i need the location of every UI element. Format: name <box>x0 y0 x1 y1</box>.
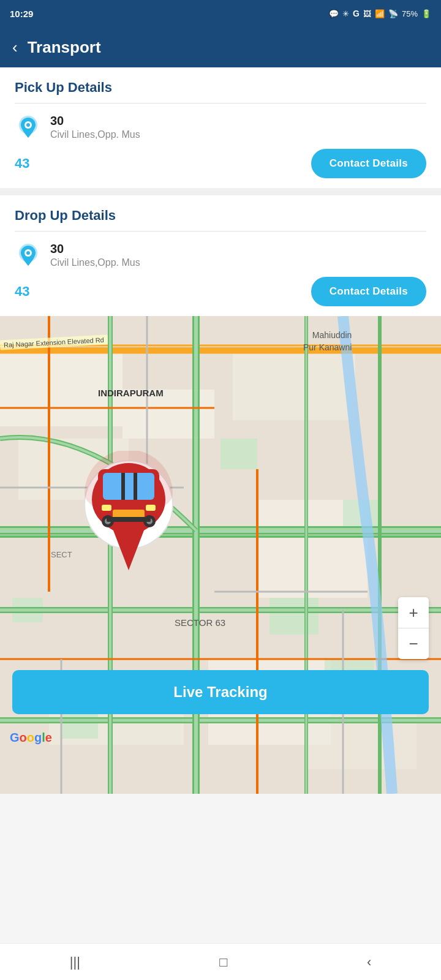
pickup-section-title: Pick Up Details <box>15 80 426 96</box>
page-title: Transport <box>28 38 101 57</box>
drop-location-icon <box>15 241 42 268</box>
drop-divider <box>15 231 426 232</box>
photos-icon: 🖼 <box>363 9 371 18</box>
drop-number: 30 <box>50 241 140 256</box>
svg-rect-53 <box>102 505 111 511</box>
signal-icon: 📡 <box>388 9 398 18</box>
content-area: Pick Up Details 30 Civil Lines,Opp. Mus … <box>0 67 441 794</box>
nav-home-button[interactable]: □ <box>201 948 246 976</box>
pickup-route-number: 43 <box>15 156 29 172</box>
svg-rect-55 <box>113 510 145 518</box>
status-icons: 💬 ✳ G 🖼 📶 📡 75% 🔋 <box>329 9 431 18</box>
pickup-footer: 43 Contact Details <box>15 149 426 178</box>
drop-footer: 43 Contact Details <box>15 277 426 306</box>
bus-pin-svg <box>80 451 178 573</box>
bluetooth-icon: ✳ <box>342 9 349 18</box>
status-bar: 10:29 💬 ✳ G 🖼 📶 📡 75% 🔋 <box>0 0 441 27</box>
battery-text: 75% <box>402 9 418 18</box>
drop-pin-icon <box>19 244 37 266</box>
svg-point-2 <box>26 123 30 127</box>
pickup-contact-button[interactable]: Contact Details <box>311 149 426 178</box>
svg-rect-16 <box>270 598 318 635</box>
zoom-in-button[interactable]: + <box>398 597 429 628</box>
app-header: ‹ Transport <box>0 27 441 67</box>
drop-location-text: 30 Civil Lines,Opp. Mus <box>50 241 140 268</box>
pickup-pin-icon <box>19 116 37 138</box>
svg-rect-60 <box>107 517 151 522</box>
svg-rect-7 <box>0 353 123 426</box>
pickup-divider <box>15 103 426 104</box>
drop-section: Drop Up Details 30 Civil Lines,Opp. Mus … <box>0 195 441 316</box>
pickup-location-icon <box>15 113 42 140</box>
live-tracking-button[interactable]: Live Tracking <box>12 670 429 714</box>
nav-back-button[interactable]: ‹ <box>349 948 390 976</box>
nav-recent-button[interactable]: ||| <box>51 948 99 976</box>
svg-rect-51 <box>121 473 125 500</box>
google-icon: G <box>353 9 360 18</box>
pickup-address: Civil Lines,Opp. Mus <box>50 129 140 140</box>
svg-point-5 <box>26 251 30 255</box>
drop-section-title: Drop Up Details <box>15 208 426 224</box>
section-separator-1 <box>0 188 441 195</box>
pickup-section: Pick Up Details 30 Civil Lines,Opp. Mus … <box>0 67 441 188</box>
svg-rect-9 <box>123 390 214 439</box>
bus-marker <box>80 451 178 573</box>
drop-address: Civil Lines,Opp. Mus <box>50 257 140 268</box>
svg-rect-52 <box>134 473 137 500</box>
pickup-number: 30 <box>50 113 140 128</box>
pickup-location-text: 30 Civil Lines,Opp. Mus <box>50 113 140 140</box>
status-time: 10:29 <box>10 9 33 19</box>
back-button[interactable]: ‹ <box>12 39 18 55</box>
pickup-location-row: 30 Civil Lines,Opp. Mus <box>15 113 426 140</box>
drop-route-number: 43 <box>15 284 29 300</box>
wifi-icon: 📶 <box>375 9 385 18</box>
google-logo: Google <box>10 731 52 745</box>
svg-rect-50 <box>103 473 154 500</box>
battery-icon: 🔋 <box>421 9 431 18</box>
zoom-controls: + − <box>398 597 429 659</box>
zoom-out-button[interactable]: − <box>398 628 429 659</box>
nav-bar: ||| □ ‹ <box>0 943 441 980</box>
svg-rect-10 <box>233 353 355 420</box>
msg-icon: 💬 <box>329 9 339 18</box>
map-background: INDIRAPURAM SECTOR 63 MahiuddinPur Kanaw… <box>0 316 441 794</box>
map-container: INDIRAPURAM SECTOR 63 MahiuddinPur Kanaw… <box>0 316 441 794</box>
map-roads-svg <box>0 316 441 794</box>
svg-rect-15 <box>221 439 257 469</box>
svg-rect-54 <box>146 505 156 511</box>
drop-contact-button[interactable]: Contact Details <box>311 277 426 306</box>
drop-location-row: 30 Civil Lines,Opp. Mus <box>15 241 426 268</box>
